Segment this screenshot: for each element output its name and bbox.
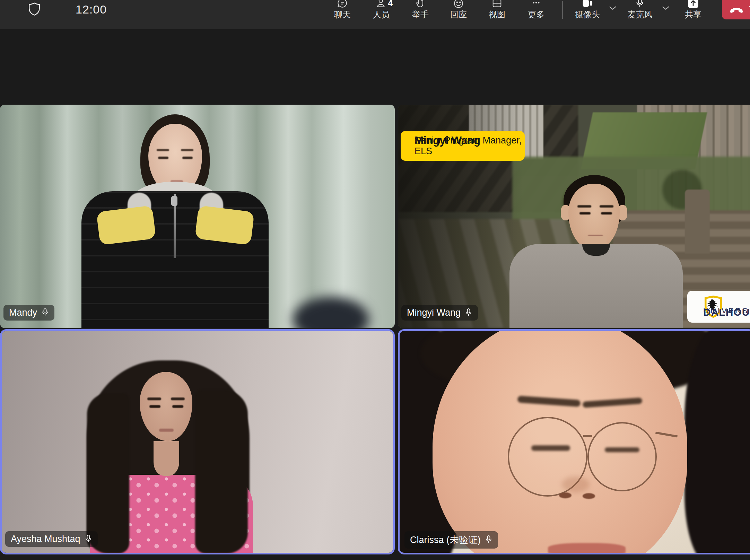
participant-tile-mingyi[interactable]: Mingyi Wang Senior Program Manager, ELS … — [398, 105, 750, 328]
toolbar-item-people[interactable]: 4 人员 — [373, 0, 390, 20]
camera-options-chevron-icon[interactable] — [609, 6, 617, 12]
dalhousie-logo: DALHOUSIE UNIVERSITY — [687, 291, 750, 323]
participant-tile-clarissa[interactable]: Clarissa (未验证) — [398, 329, 750, 554]
ayesha-video — [2, 331, 393, 553]
leave-button[interactable]: 离开 — [722, 0, 750, 19]
mic-on-icon — [41, 308, 49, 318]
participant-tile-ayesha[interactable]: Ayesha Mushtaq — [0, 329, 395, 554]
toolbar-item-share[interactable]: 共享 — [685, 0, 701, 20]
hang-up-icon — [729, 6, 744, 14]
clarissa-video — [400, 331, 750, 553]
participant-name-label: Mingyi Wang — [401, 305, 478, 321]
mic-options-chevron-icon[interactable] — [662, 6, 670, 12]
lower-third-banner: Mingyi Wang Senior Program Manager, ELS — [401, 131, 525, 161]
toolbar-item-react[interactable]: 回应 — [450, 0, 467, 20]
mic-on-icon — [634, 0, 646, 7]
people-count-badge: 4 — [388, 0, 393, 8]
mingyi-video: Mingyi Wang Senior Program Manager, ELS … — [398, 105, 750, 328]
toolbar-item-mic[interactable]: 麦克风 — [627, 0, 652, 20]
mic-on-icon — [485, 535, 492, 545]
participant-name-label: Mandy — [3, 305, 54, 321]
mic-on-icon — [85, 534, 92, 544]
participant-name-label: Ayesha Mushtaq — [5, 531, 98, 547]
participant-name-label: Clarissa (未验证) — [404, 531, 498, 549]
camera-on-icon — [581, 0, 594, 7]
react-smiley-icon — [453, 0, 464, 7]
share-screen-icon — [687, 0, 699, 7]
meeting-timer: 12:00 — [76, 3, 107, 16]
toolbar-divider — [562, 1, 563, 19]
meeting-window: 12:00 聊天 4 人员 — [0, 0, 750, 560]
toolbar-item-camera[interactable]: 摄像头 — [575, 0, 600, 20]
more-ellipsis-icon — [530, 0, 542, 7]
gallery-view-icon — [491, 0, 503, 7]
chat-icon — [337, 0, 348, 7]
mic-on-icon — [465, 308, 472, 318]
toolbar-item-more[interactable]: 更多 — [528, 0, 544, 20]
toolbar-item-view[interactable]: 视图 — [489, 0, 505, 20]
mandy-video — [0, 105, 395, 328]
people-icon: 4 — [375, 0, 387, 7]
security-shield-icon — [26, 2, 42, 18]
toolbar-item-chat[interactable]: 聊天 — [334, 0, 351, 20]
toolbar-item-raise-hand[interactable]: 举手 — [412, 0, 429, 20]
meeting-toolbar: 12:00 聊天 4 人员 — [0, 0, 750, 29]
raise-hand-icon — [415, 0, 426, 7]
participant-tile-mandy[interactable]: Mandy — [0, 105, 395, 328]
